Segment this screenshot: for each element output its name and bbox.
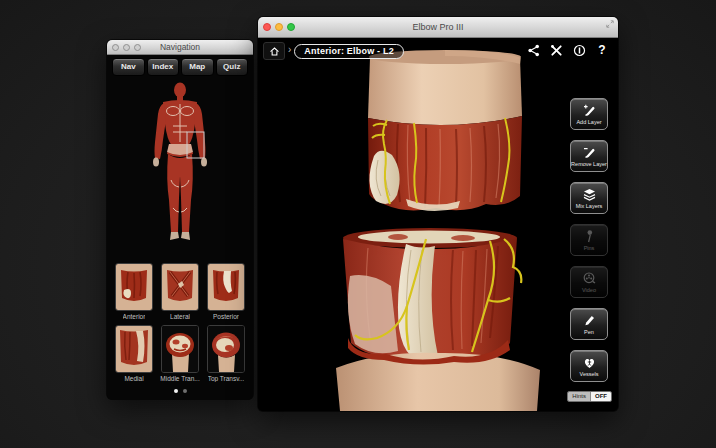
close-button[interactable] <box>263 23 271 31</box>
thumbnail-label: Lateral <box>170 313 190 320</box>
info-icon <box>573 44 586 57</box>
elbow-model-image[interactable] <box>258 38 618 411</box>
thumbnail-anterior[interactable]: Anterior <box>115 263 153 320</box>
pen-icon <box>582 313 597 328</box>
info-button[interactable] <box>572 43 586 57</box>
thumbnail-image[interactable] <box>161 263 199 311</box>
layer-controls: Add Layer Remove Layer Mix Layers <box>570 98 608 382</box>
thumbnail-top-transverse[interactable]: Top Transv... <box>207 325 245 382</box>
thumbnail-label: Middle Tran... <box>160 375 199 382</box>
thumbnail-lateral[interactable]: Lateral <box>161 263 199 320</box>
thumbnail-label: Medial <box>124 375 143 382</box>
navigation-window: Navigation Nav Index Map Quiz <box>107 40 253 399</box>
thumbnail-image[interactable] <box>207 325 245 373</box>
window-controls <box>112 44 141 51</box>
window-controls <box>263 23 295 31</box>
viewer-canvas[interactable]: › Anterior: Elbow - L2 <box>258 38 618 411</box>
button-label: Pins <box>584 245 595 251</box>
breadcrumb-label[interactable]: Anterior: Elbow - L2 <box>294 44 404 59</box>
viewer-window: Elbow Pro III <box>258 17 618 411</box>
home-button[interactable] <box>263 42 285 60</box>
tab-map[interactable]: Map <box>181 58 214 76</box>
vessels-icon <box>582 355 597 370</box>
remove-layer-icon <box>582 145 597 160</box>
button-label: Mix Layers <box>576 203 603 209</box>
hints-toggle-label[interactable]: Hints <box>568 392 591 401</box>
tools-icon <box>550 44 563 57</box>
button-label: Add Layer <box>576 119 601 125</box>
thumbnail-image[interactable] <box>115 263 153 311</box>
pins-icon <box>582 229 597 244</box>
help-icon: ? <box>598 43 605 57</box>
thumbnail-image[interactable] <box>115 325 153 373</box>
page-dot[interactable] <box>183 389 187 393</box>
add-layer-button[interactable]: Add Layer <box>570 98 608 130</box>
thumbnail-label: Posterior <box>213 313 239 320</box>
zoom-button[interactable] <box>134 44 141 51</box>
button-label: Pen <box>584 329 594 335</box>
viewer-titlebar[interactable]: Elbow Pro III <box>258 17 618 38</box>
view-thumbnails: Anterior Lateral <box>107 263 253 382</box>
minimize-button[interactable] <box>275 23 283 31</box>
button-label: Vessels <box>580 371 599 377</box>
thumbnail-image[interactable] <box>161 325 199 373</box>
window-title: Elbow Pro III <box>258 22 618 32</box>
thumbnail-middle-transverse[interactable]: Middle Tran... <box>161 325 199 382</box>
nav-tabbar: Nav Index Map Quiz <box>107 55 253 76</box>
tab-quiz[interactable]: Quiz <box>216 58 249 76</box>
pins-button[interactable]: Pins <box>570 224 608 256</box>
share-icon <box>527 44 540 57</box>
minimize-button[interactable] <box>123 44 130 51</box>
home-icon <box>269 46 280 57</box>
page-dot-active[interactable] <box>174 389 178 393</box>
video-button[interactable]: Video <box>570 266 608 298</box>
thumbnail-posterior[interactable]: Posterior <box>207 263 245 320</box>
close-button[interactable] <box>112 44 119 51</box>
tab-index[interactable]: Index <box>147 58 180 76</box>
hints-toggle[interactable]: Hints OFF <box>567 391 612 402</box>
share-button[interactable] <box>526 43 540 57</box>
tools-button[interactable] <box>549 43 563 57</box>
navigation-titlebar[interactable]: Navigation <box>107 40 253 55</box>
resize-icon[interactable] <box>606 20 614 28</box>
video-icon <box>582 271 597 286</box>
mix-layers-icon <box>582 187 597 202</box>
pen-button[interactable]: Pen <box>570 308 608 340</box>
thumbnail-medial[interactable]: Medial <box>115 325 153 382</box>
thumbnail-label: Anterior <box>123 313 146 320</box>
toolbar: ? <box>526 43 609 57</box>
zoom-button[interactable] <box>287 23 295 31</box>
button-label: Remove Layer <box>571 161 607 167</box>
breadcrumb: › Anterior: Elbow - L2 <box>263 42 404 60</box>
button-label: Video <box>582 287 596 293</box>
vessels-button[interactable]: Vessels <box>570 350 608 382</box>
tab-nav[interactable]: Nav <box>112 58 145 76</box>
mix-layers-button[interactable]: Mix Layers <box>570 182 608 214</box>
hints-toggle-state[interactable]: OFF <box>591 392 611 401</box>
breadcrumb-chevron-icon: › <box>288 45 291 55</box>
help-button[interactable]: ? <box>595 43 609 57</box>
add-layer-icon <box>582 103 597 118</box>
page-indicator <box>107 389 253 393</box>
thumbnail-image[interactable] <box>207 263 245 311</box>
body-figure-image[interactable] <box>135 80 225 252</box>
thumbnail-label: Top Transv... <box>208 375 245 382</box>
remove-layer-button[interactable]: Remove Layer <box>570 140 608 172</box>
